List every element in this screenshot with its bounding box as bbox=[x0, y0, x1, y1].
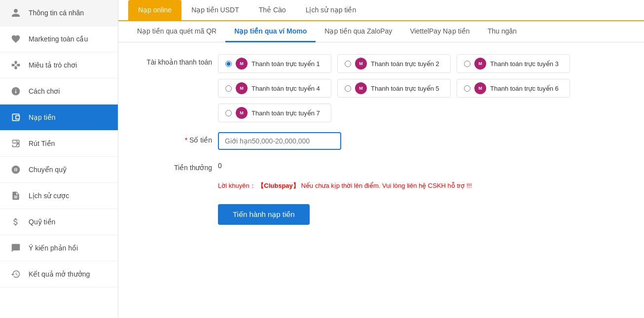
withdraw-icon bbox=[10, 138, 22, 149]
momo-icon-6: M bbox=[474, 82, 486, 94]
results-icon bbox=[10, 268, 22, 280]
tab-usdt[interactable]: Nạp tiền USDT bbox=[181, 0, 249, 21]
advice-body: Nếu chưa kịp thời lên điểm. Vui lòng liê… bbox=[301, 182, 471, 189]
amount-input[interactable] bbox=[218, 132, 341, 150]
form-content: Tài khoản thanh toán M Thanh toán trực t… bbox=[118, 42, 644, 237]
account-option-2[interactable]: M Thanh toán trực tuyến 2 bbox=[337, 54, 451, 73]
feedback-icon bbox=[10, 242, 22, 254]
account-option-6[interactable]: M Thanh toán trực tuyến 6 bbox=[457, 79, 570, 98]
fund-icon bbox=[10, 216, 22, 228]
person-icon bbox=[10, 7, 22, 19]
sidebar-item-label: Miêu tả trò chơi bbox=[29, 61, 77, 69]
tab-online[interactable]: Nạp online bbox=[128, 0, 181, 21]
account-option-4[interactable]: M Thanh toán trực tuyến 4 bbox=[218, 79, 331, 98]
submit-row: Tiến hành nạp tiền bbox=[133, 204, 629, 225]
sub-tab-momo[interactable]: Nạp tiền qua ví Momo bbox=[225, 21, 316, 42]
sidebar: Thông tin cá nhân Marketing toàn cầu Miê… bbox=[0, 0, 118, 318]
account-label-1: Thanh toán trực tuyến 1 bbox=[251, 60, 320, 68]
heart-icon bbox=[10, 33, 22, 45]
submit-button[interactable]: Tiến hành nạp tiền bbox=[218, 204, 310, 225]
sidebar-item-transfer[interactable]: Chuyển quỹ bbox=[0, 157, 118, 183]
history-icon bbox=[10, 190, 22, 202]
sub-tab-qr[interactable]: Nạp tiền qua quét mã QR bbox=[128, 21, 225, 42]
sidebar-item-fund[interactable]: Quỹ tiền bbox=[0, 209, 118, 235]
bonus-label: Tiền thưởng bbox=[133, 160, 212, 172]
account-label-7: Thanh toán trực tuyến 7 bbox=[251, 109, 320, 117]
sidebar-item-label: Nạp tiền bbox=[29, 113, 56, 121]
momo-icon-2: M bbox=[355, 58, 367, 70]
momo-icon-4: M bbox=[236, 82, 248, 94]
advice-text: Lời khuyên： 【Clubspay】 Nếu chưa kịp thời… bbox=[218, 182, 472, 189]
sidebar-item-label: Cách chơi bbox=[29, 87, 60, 95]
sidebar-item-label: Quỹ tiền bbox=[29, 218, 55, 226]
sidebar-item-profile[interactable]: Thông tin cá nhân bbox=[0, 0, 118, 26]
tab-card[interactable]: Thẻ Cào bbox=[249, 0, 296, 21]
wallet-icon bbox=[10, 111, 22, 123]
sidebar-item-deposit[interactable]: Nạp tiền bbox=[0, 105, 118, 131]
advice-row: Lời khuyên： 【Clubspay】 Nếu chưa kịp thời… bbox=[133, 181, 629, 190]
sidebar-item-feedback[interactable]: Ý kiến phản hồi bbox=[0, 235, 118, 261]
payment-accounts-row: Tài khoản thanh toán M Thanh toán trực t… bbox=[133, 54, 629, 122]
bonus-value: 0 bbox=[218, 162, 222, 170]
account-label-5: Thanh toán trực tuyến 5 bbox=[371, 85, 439, 92]
sub-tab-viettelpay[interactable]: ViettelPay Nạp tiền bbox=[401, 21, 478, 42]
amount-row: Số tiền bbox=[133, 132, 629, 150]
advice-prefix: Lời khuyên： bbox=[218, 182, 256, 189]
sidebar-item-results[interactable]: Kết quả mở thưởng bbox=[0, 261, 118, 287]
sub-tabs-bar: Nạp tiền qua quét mã QR Nạp tiền qua ví … bbox=[118, 21, 644, 42]
sub-tab-cashier[interactable]: Thu ngân bbox=[479, 21, 526, 42]
sidebar-item-games[interactable]: Miêu tả trò chơi bbox=[0, 52, 118, 78]
sidebar-item-howto[interactable]: Cách chơi bbox=[0, 78, 118, 105]
momo-icon-5: M bbox=[355, 82, 367, 94]
sidebar-item-withdraw[interactable]: Rút Tiền bbox=[0, 131, 118, 157]
transfer-icon bbox=[10, 164, 22, 176]
momo-icon-7: M bbox=[236, 107, 248, 119]
sidebar-item-label: Ý kiến phản hồi bbox=[29, 244, 78, 252]
sidebar-item-marketing[interactable]: Marketing toàn cầu bbox=[0, 26, 118, 52]
sidebar-item-history[interactable]: Lịch sử cược bbox=[0, 183, 118, 209]
account-label-4: Thanh toán trực tuyến 4 bbox=[251, 85, 320, 92]
account-option-5[interactable]: M Thanh toán trực tuyến 5 bbox=[337, 79, 451, 98]
account-radio-3[interactable] bbox=[464, 61, 470, 67]
accounts-grid: M Thanh toán trực tuyến 1 M Thanh toán t… bbox=[218, 54, 629, 122]
sidebar-item-label: Chuyển quỹ bbox=[29, 166, 67, 174]
account-radio-7[interactable] bbox=[225, 110, 232, 116]
account-radio-1[interactable] bbox=[225, 61, 232, 67]
sidebar-item-label: Marketing toàn cầu bbox=[29, 35, 88, 43]
payment-label: Tài khoản thanh toán bbox=[133, 54, 212, 66]
account-option-7[interactable]: M Thanh toán trực tuyến 7 bbox=[218, 104, 331, 122]
info-icon bbox=[10, 85, 22, 97]
sub-tab-zalopay[interactable]: Nạp tiền qua ZaloPay bbox=[316, 21, 401, 42]
top-tabs-bar: Nạp online Nạp tiền USDT Thẻ Cào Lịch sử… bbox=[118, 0, 644, 21]
account-radio-4[interactable] bbox=[225, 85, 232, 92]
gamepad-icon bbox=[10, 59, 22, 71]
sidebar-item-label: Rút Tiền bbox=[29, 140, 55, 147]
sidebar-item-label: Kết quả mở thưởng bbox=[29, 270, 90, 278]
account-radio-5[interactable] bbox=[345, 85, 351, 92]
sidebar-item-label: Thông tin cá nhân bbox=[29, 9, 84, 17]
account-option-1[interactable]: M Thanh toán trực tuyến 1 bbox=[218, 54, 331, 73]
account-label-2: Thanh toán trực tuyến 2 bbox=[371, 60, 439, 68]
account-label-6: Thanh toán trực tuyến 6 bbox=[490, 85, 559, 92]
account-radio-6[interactable] bbox=[464, 85, 470, 92]
account-label-3: Thanh toán trực tuyến 3 bbox=[490, 60, 559, 68]
main-content: Nạp online Nạp tiền USDT Thẻ Cào Lịch sử… bbox=[118, 0, 644, 318]
tab-history[interactable]: Lịch sử nạp tiền bbox=[296, 0, 366, 21]
sidebar-item-label: Lịch sử cược bbox=[29, 192, 69, 200]
amount-label: Số tiền bbox=[133, 132, 212, 144]
advice-brand: 【Clubspay】 bbox=[257, 182, 299, 189]
bonus-row: Tiền thưởng 0 bbox=[133, 160, 629, 172]
momo-icon-3: M bbox=[474, 58, 486, 70]
account-option-3[interactable]: M Thanh toán trực tuyến 3 bbox=[457, 54, 570, 73]
momo-icon-1: M bbox=[236, 58, 248, 70]
account-radio-2[interactable] bbox=[345, 61, 351, 67]
